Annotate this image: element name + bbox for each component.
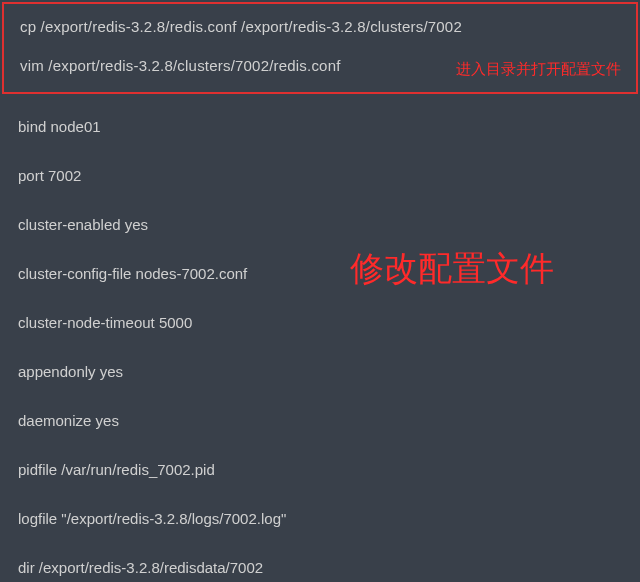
config-line: port 7002 — [18, 167, 622, 184]
config-line: cluster-enabled yes — [18, 216, 622, 233]
config-line: pidfile /var/run/redis_7002.pid — [18, 461, 622, 478]
config-line: logfile "/export/redis-3.2.8/logs/7002.l… — [18, 510, 622, 527]
config-line: cluster-node-timeout 5000 — [18, 314, 622, 331]
vim-annotation: 进入目录并打开配置文件 — [456, 60, 621, 79]
section-annotation: 修改配置文件 — [350, 246, 554, 292]
command-box: cp /export/redis-3.2.8/redis.conf /expor… — [2, 2, 638, 94]
cp-command: cp /export/redis-3.2.8/redis.conf /expor… — [20, 18, 620, 35]
config-line: daemonize yes — [18, 412, 622, 429]
config-line: appendonly yes — [18, 363, 622, 380]
config-line: bind node01 — [18, 118, 622, 135]
config-block: bind node01 port 7002 cluster-enabled ye… — [18, 118, 622, 582]
config-line: dir /export/redis-3.2.8/redisdata/7002 — [18, 559, 622, 576]
